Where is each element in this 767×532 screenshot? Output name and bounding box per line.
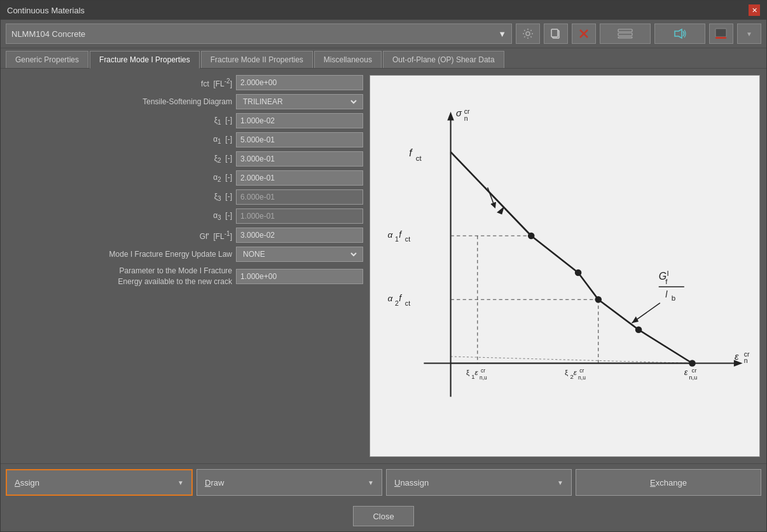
svg-text:α: α (387, 230, 393, 240)
content-area: fct [FL-2] 2.000e+00 Tensile-Softening D… (1, 69, 766, 463)
svg-text:ξ: ξ (466, 368, 469, 376)
close-button[interactable]: Close (353, 506, 413, 526)
svg-text:cr: cr (579, 367, 584, 374)
exchange-label: Exchange (650, 478, 687, 488)
tab-shear[interactable]: Out-of-Plane (OP) Shear Data (383, 51, 504, 68)
alpha1-label: α1 [-] (7, 135, 232, 145)
mode-law-row: Mode I Fracture Energy Update Law NONE U… (7, 247, 363, 262)
param-input[interactable]: 1.000e+00 (236, 269, 363, 284)
close-label: Close (373, 512, 394, 521)
fct-row: fct [FL-2] 2.000e+00 (7, 75, 363, 90)
svg-rect-7 (618, 37, 632, 38)
gf-label: Gf' [FL-1] (7, 230, 232, 241)
svg-text:ε: ε (475, 368, 479, 376)
mode-law-select[interactable]: NONE UPDATE (236, 247, 363, 262)
assign-label: Assign (15, 478, 39, 488)
delete-button[interactable] (572, 24, 596, 44)
unassign-arrow-icon: ▼ (557, 479, 563, 486)
svg-text:cr: cr (481, 367, 485, 374)
svg-text:f: f (409, 148, 413, 159)
svg-text:n,u: n,u (480, 374, 487, 381)
svg-text:n: n (464, 114, 468, 122)
svg-text:cr: cr (691, 367, 696, 374)
draw-button[interactable]: Draw ▼ (197, 469, 382, 496)
svg-point-41 (528, 233, 535, 240)
svg-marker-8 (675, 29, 682, 38)
svg-line-34 (531, 236, 578, 273)
svg-line-3 (580, 30, 588, 38)
alpha3-input: 1.000e-01 (236, 208, 363, 224)
assign-button[interactable]: Assign ▼ (6, 469, 193, 496)
svg-text:α: α (387, 294, 393, 303)
svg-text:ξ: ξ (565, 368, 568, 376)
gf-input[interactable]: 3.000e-02 (236, 228, 363, 243)
svg-text:2: 2 (395, 299, 399, 307)
assign-arrow-icon: ▼ (177, 479, 184, 486)
xi1-input[interactable]: 1.000e-02 (236, 113, 363, 128)
exchange-button[interactable]: Exchange (576, 469, 761, 496)
title-bar: Continuous Materials ✕ (1, 1, 766, 20)
svg-text:ε: ε (684, 368, 688, 377)
xi3-label: ξ3 [-] (7, 192, 232, 202)
svg-line-4 (580, 30, 588, 38)
tab-fracture1[interactable]: Fracture Mode I Properties (90, 51, 200, 69)
xi1-row: ξ1 [-] 1.000e-02 (7, 113, 363, 128)
svg-text:σ: σ (456, 108, 462, 118)
svg-text:I: I (667, 269, 668, 277)
svg-text:ε: ε (574, 368, 577, 376)
svg-point-42 (575, 269, 582, 276)
svg-text:n,u: n,u (689, 374, 697, 381)
svg-line-36 (598, 299, 639, 329)
param-label: Parameter to the Mode I Fracture Energy … (7, 266, 232, 287)
alpha2-input[interactable]: 2.000e-01 (236, 170, 363, 186)
svg-text:ct: ct (405, 236, 410, 243)
param-row: Parameter to the Mode I Fracture Energy … (7, 266, 363, 287)
tab-fracture2[interactable]: Fracture Mode II Properties (201, 51, 313, 68)
svg-line-33 (451, 152, 532, 236)
audio-button[interactable] (654, 24, 705, 44)
mode-law-label: Mode I Fracture Energy Update Law (7, 250, 232, 259)
xi1-label: ξ1 [-] (7, 116, 232, 126)
arrow-button[interactable]: ▼ (737, 24, 761, 44)
tab-misc[interactable]: Miscellaneous (314, 51, 382, 68)
gf-row: Gf' [FL-1] 3.000e-02 (7, 228, 363, 243)
tab-bar: Generic Properties Fracture Mode I Prope… (1, 48, 766, 69)
alpha2-row: α2 [-] 2.000e-01 (7, 170, 363, 186)
svg-text:l: l (665, 290, 668, 299)
fct-input[interactable]: 2.000e+00 (236, 75, 363, 90)
window-close-button[interactable]: ✕ (749, 4, 760, 16)
fct-label: fct [FL-2] (7, 78, 232, 88)
material-dropdown[interactable]: NLMM104 Concrete ▼ (6, 24, 512, 44)
xi2-label: ξ2 [-] (7, 154, 232, 164)
tensile-select[interactable]: TRILINEAR BILINEAR LINEAR (236, 94, 363, 109)
list-button[interactable] (600, 24, 651, 44)
unassign-button[interactable]: Unassign ▼ (386, 469, 572, 496)
copy-button[interactable] (544, 24, 568, 44)
svg-line-35 (578, 273, 598, 299)
xi3-row: ξ3 [-] 6.000e-01 (7, 189, 363, 205)
svg-text:ct: ct (405, 299, 410, 307)
color-button[interactable] (709, 24, 733, 44)
draw-arrow-icon: ▼ (368, 479, 374, 486)
tensile-label: Tensile-Softening Diagram (7, 97, 232, 106)
svg-text:f: f (399, 294, 402, 303)
tensile-dropdown[interactable]: TRILINEAR BILINEAR LINEAR (240, 97, 359, 107)
alpha1-row: α1 [-] 5.000e-01 (7, 132, 363, 147)
window-title: Continuous Materials (7, 6, 85, 15)
svg-point-44 (635, 326, 642, 333)
svg-text:1: 1 (395, 236, 399, 243)
material-name-label: NLMM104 Concrete (11, 29, 85, 39)
material-dropdown-arrow: ▼ (498, 29, 506, 39)
xi2-input[interactable]: 3.000e-01 (236, 151, 363, 167)
mode-law-dropdown[interactable]: NONE UPDATE (240, 249, 359, 259)
unassign-label: Unassign (394, 478, 429, 488)
alpha1-input[interactable]: 5.000e-01 (236, 132, 363, 147)
tab-generic[interactable]: Generic Properties (6, 51, 88, 68)
svg-text:b: b (672, 294, 675, 302)
svg-point-0 (526, 32, 530, 36)
svg-text:n,u: n,u (578, 374, 586, 381)
bottom-buttons-bar: Assign ▼ Draw ▼ Unassign ▼ Exchange (1, 463, 766, 501)
xi3-input: 6.000e-01 (236, 189, 363, 205)
gear-button[interactable] (516, 24, 540, 44)
svg-rect-1 (553, 31, 559, 38)
